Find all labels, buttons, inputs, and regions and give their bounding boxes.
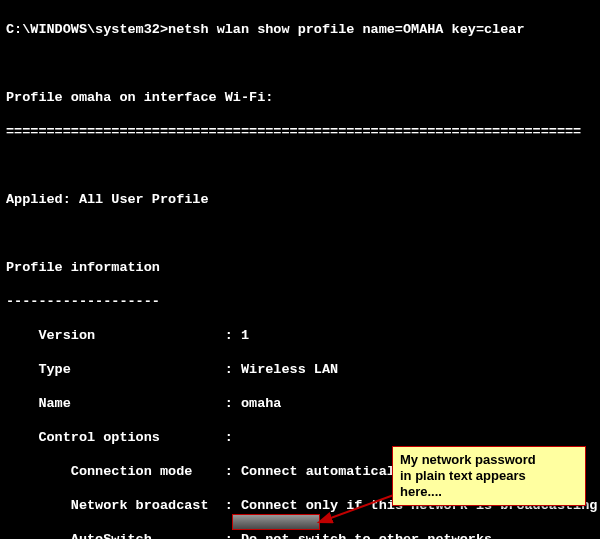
kv-label: Network broadcast : [6, 498, 241, 513]
kv-line: Type : Wireless LAN [6, 361, 594, 378]
kv-line: Version : 1 [6, 327, 594, 344]
svg-line-0 [328, 492, 402, 519]
blank-line [6, 55, 594, 72]
command-line: C:\WINDOWS\system32>netsh wlan show prof… [6, 21, 594, 38]
kv-label: Control options : [6, 430, 233, 445]
command-text: netsh wlan show profile name=OMAHA key=c… [168, 22, 524, 37]
kv-value: Do not switch to other networks [241, 532, 492, 539]
callout-text: here.... [400, 484, 442, 499]
kv-label: AutoSwitch : [6, 532, 241, 539]
callout-text: in plain text appears [400, 468, 526, 483]
kv-value: 1 [241, 328, 249, 343]
kv-label: Version : [6, 328, 241, 343]
kv-line: Control options : [6, 429, 594, 446]
blank-line [6, 157, 594, 174]
kv-value: Wireless LAN [241, 362, 338, 377]
annotation-callout: My network password in plain text appear… [392, 446, 586, 506]
redacted-password [232, 514, 320, 530]
blank-line [6, 225, 594, 242]
kv-label: Name : [6, 396, 241, 411]
prompt-path: C:\WINDOWS\system32> [6, 22, 168, 37]
callout-text: My network password [400, 452, 536, 467]
kv-line: AutoSwitch : Do not switch to other netw… [6, 531, 594, 539]
applied-line: Applied: All User Profile [6, 191, 594, 208]
divider-line: ========================================… [6, 123, 594, 140]
kv-label: Type : [6, 362, 241, 377]
profile-header: Profile omaha on interface Wi-Fi: [6, 89, 594, 106]
section-title: Profile information [6, 259, 594, 276]
kv-value: omaha [241, 396, 282, 411]
section-dash: ------------------- [6, 293, 594, 310]
kv-value: Connect automatically [241, 464, 411, 479]
kv-line: Name : omaha [6, 395, 594, 412]
kv-label: Connection mode : [6, 464, 241, 479]
